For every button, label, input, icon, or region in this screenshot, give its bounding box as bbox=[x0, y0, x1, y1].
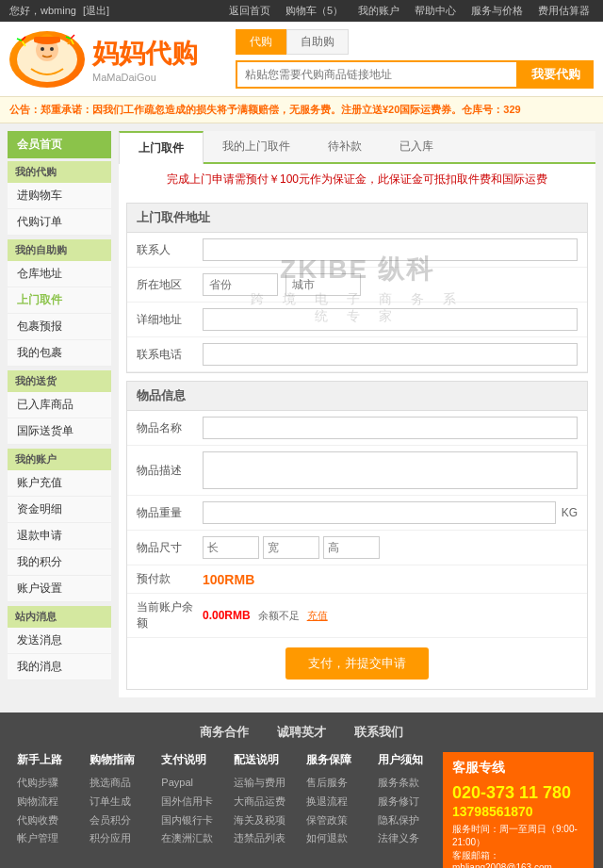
form-row-contact: 联系人 bbox=[127, 233, 587, 268]
col-item-aftersale[interactable]: 售后服务 bbox=[306, 774, 364, 793]
address-form-section: ZKIBE 纵科 跨 境 电 子 商 务 系 统 专 家 上门取件地址 联系人 … bbox=[126, 203, 588, 373]
sidebar-item-cart[interactable]: 进购物车 bbox=[8, 183, 111, 209]
col-title-guide: 购物指南 bbox=[90, 752, 147, 768]
col-item-order[interactable]: 订单生成 bbox=[90, 793, 147, 811]
recharge-button[interactable]: 充值 bbox=[307, 609, 328, 623]
input-phone[interactable] bbox=[203, 343, 578, 366]
input-item-name[interactable] bbox=[203, 417, 578, 439]
sidebar-item-orders[interactable]: 代购订单 bbox=[8, 209, 111, 236]
service-email: 客服邮箱： mhliang2008@163.com bbox=[452, 849, 584, 868]
sidebar-item-myparcel[interactable]: 我的包裹 bbox=[8, 340, 111, 367]
search-button[interactable]: 我要代购 bbox=[518, 60, 594, 89]
svg-line-10 bbox=[71, 39, 73, 44]
col-item-big-ship[interactable]: 大商品运费 bbox=[234, 793, 291, 811]
sidebar-item-settings[interactable]: 账户设置 bbox=[8, 576, 111, 602]
sidebar-item-recharge[interactable]: 账户充值 bbox=[8, 470, 111, 497]
logo-text-area: 妈妈代购 MaMaDaiGou bbox=[92, 36, 198, 83]
tab-in-stock[interactable]: 已入库 bbox=[381, 131, 452, 162]
svg-line-9 bbox=[17, 39, 22, 41]
sidebar-item-instock[interactable]: 已入库商品 bbox=[8, 392, 111, 418]
prepay-row: 预付款 100RMB bbox=[127, 565, 587, 594]
col-item-exchange[interactable]: 换退流程 bbox=[306, 793, 364, 811]
footer-col-service: 服务保障 售后服务 换退流程 保管政策 如何退款 bbox=[299, 752, 371, 868]
sidebar-item-ledger[interactable]: 资金明细 bbox=[8, 497, 111, 523]
col-item-terms[interactable]: 服务条款 bbox=[378, 774, 435, 793]
sidebar-item-intlship[interactable]: 国际送货单 bbox=[8, 418, 111, 445]
footer-col-shipping: 配送说明 运输与费用 大商品运费 海关及税项 违禁品列表 bbox=[226, 752, 299, 868]
col-item-paypal[interactable]: Paypal bbox=[161, 774, 219, 793]
sidebar-section-label-proxy: 我的代购 bbox=[8, 161, 111, 183]
label-address: 详细地址 bbox=[137, 312, 203, 328]
col-item-intlcard[interactable]: 国外信用卡 bbox=[161, 793, 219, 811]
sidebar-item-warehouse[interactable]: 仓库地址 bbox=[8, 261, 111, 287]
content-tabs: 上门取件 我的上门取件 待补款 已入库 bbox=[119, 131, 595, 164]
col-item-ship-fee[interactable]: 运输与费用 bbox=[234, 774, 291, 793]
col-item-howrefund[interactable]: 如何退款 bbox=[306, 829, 364, 848]
form-row-region: 所在地区 bbox=[127, 268, 587, 303]
input-province[interactable] bbox=[203, 273, 278, 296]
col-item-storage[interactable]: 保管政策 bbox=[306, 811, 364, 830]
sidebar-item-refund[interactable]: 退款申请 bbox=[8, 523, 111, 549]
col-item-fee[interactable]: 代购收费 bbox=[17, 811, 74, 830]
nav-help[interactable]: 帮助中心 bbox=[415, 4, 456, 18]
col-item-points-apply[interactable]: 积分应用 bbox=[90, 829, 147, 848]
col-item-acctmgr[interactable]: 帐户管理 bbox=[17, 829, 74, 848]
nav-service[interactable]: 服务与价格 bbox=[471, 4, 523, 18]
balance-value: 0.00RMB bbox=[203, 609, 251, 622]
sidebar-item-send-msg[interactable]: 发送消息 bbox=[8, 628, 111, 654]
greeting: 您好，wbming [退出] bbox=[9, 4, 113, 18]
submit-area: 支付，并提交申请 bbox=[127, 638, 587, 689]
label-item-desc: 物品描述 bbox=[137, 463, 203, 479]
col-item-prohibited[interactable]: 违禁品列表 bbox=[234, 829, 291, 848]
form-row-item-desc: 物品描述 bbox=[127, 446, 587, 496]
tab-pickup[interactable]: 上门取件 bbox=[119, 131, 204, 164]
footer-link-biz[interactable]: 商务合作 bbox=[200, 724, 249, 741]
input-length[interactable] bbox=[203, 536, 259, 559]
sidebar-item-pickup[interactable]: 上门取件 bbox=[8, 287, 111, 314]
col-item-legal[interactable]: 法律义务 bbox=[378, 829, 435, 848]
nav-calc[interactable]: 费用估算器 bbox=[538, 4, 590, 18]
tab-my-pickup[interactable]: 我的上门取件 bbox=[204, 131, 309, 162]
submit-button[interactable]: 支付，并提交申请 bbox=[285, 647, 429, 680]
col-title-user: 用户须知 bbox=[378, 752, 435, 768]
input-city[interactable] bbox=[285, 273, 361, 296]
prepay-label: 预付款 bbox=[137, 571, 203, 587]
col-item-steps[interactable]: 代购步骤 bbox=[17, 774, 74, 793]
footer-col-user: 用户须知 服务条款 服务修订 隐私保护 法律义务 bbox=[370, 752, 443, 868]
col-item-points[interactable]: 会员积分 bbox=[90, 811, 147, 830]
sidebar-item-home[interactable]: 会员首页 bbox=[8, 131, 111, 159]
col-item-privacy[interactable]: 隐私保护 bbox=[378, 811, 435, 830]
sidebar-item-my-msg[interactable]: 我的消息 bbox=[8, 654, 111, 680]
input-item-desc[interactable] bbox=[203, 451, 578, 489]
input-item-weight[interactable] bbox=[203, 501, 556, 524]
tab-proxy[interactable]: 代购 bbox=[236, 29, 286, 55]
balance-label: 当前账户余额 bbox=[137, 599, 203, 631]
col-item-choose[interactable]: 挑选商品 bbox=[90, 774, 147, 793]
form-row-phone: 联系电话 bbox=[127, 337, 587, 372]
top-nav: 返回首页 购物车（5） 我的账户 帮助中心 服务与价格 费用估算器 bbox=[225, 4, 594, 18]
tab-pending[interactable]: 待补款 bbox=[309, 131, 381, 162]
col-item-cncard[interactable]: 国内银行卡 bbox=[161, 811, 219, 830]
col-title-shipping: 配送说明 bbox=[234, 752, 291, 768]
input-contact[interactable] bbox=[203, 238, 578, 261]
input-height[interactable] bbox=[323, 536, 380, 559]
nav-home[interactable]: 返回首页 bbox=[229, 4, 270, 18]
col-item-customs[interactable]: 海关及税项 bbox=[234, 811, 291, 830]
col-item-flow[interactable]: 购物流程 bbox=[17, 793, 74, 811]
footer-link-contact[interactable]: 联系我们 bbox=[354, 724, 403, 741]
tab-self[interactable]: 自助购 bbox=[286, 29, 349, 55]
nav-account[interactable]: 我的账户 bbox=[358, 4, 399, 18]
col-item-revise[interactable]: 服务修订 bbox=[378, 793, 435, 811]
nav-cart[interactable]: 购物车（5） bbox=[285, 4, 343, 18]
search-tabs: 代购 自助购 bbox=[236, 29, 594, 55]
sidebar-item-points[interactable]: 我的积分 bbox=[8, 549, 111, 576]
logout-link[interactable]: [退出] bbox=[83, 5, 109, 16]
col-item-au-transfer[interactable]: 在澳洲汇款 bbox=[161, 829, 219, 848]
input-address[interactable] bbox=[203, 308, 578, 331]
search-input[interactable] bbox=[236, 60, 518, 89]
sidebar-item-parcelpre[interactable]: 包裹预报 bbox=[8, 314, 111, 340]
svg-rect-5 bbox=[34, 37, 60, 42]
label-item-dims: 物品尺寸 bbox=[137, 540, 203, 556]
footer-link-hire[interactable]: 诚聘英才 bbox=[277, 724, 326, 741]
input-width[interactable] bbox=[263, 536, 319, 559]
